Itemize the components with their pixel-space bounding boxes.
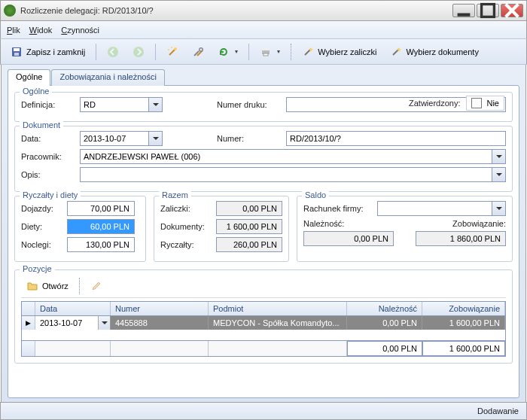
print-button[interactable]: ▾	[254, 43, 285, 61]
svg-rect-18	[264, 53, 268, 56]
folder-open-icon	[26, 280, 38, 292]
diets-input[interactable]	[67, 219, 135, 234]
desc-combo[interactable]	[80, 167, 506, 182]
grid-row[interactable]: ▶ 2013-10-07 4455888 MEDYCON - Spółka Ko…	[22, 316, 505, 330]
advances-value	[216, 201, 282, 216]
definition-value: RD	[84, 100, 96, 109]
allowances-total-value	[216, 237, 282, 252]
tab-body: Ogólne Zatwierdzony: Nie Definicja: RD N…	[8, 85, 519, 398]
date-combo[interactable]: 2013-10-07	[80, 131, 163, 146]
refresh-icon	[218, 46, 230, 58]
fieldset-allowances: Ryczałty i diety Dojazdy: Diety: Noclegi…	[14, 196, 146, 262]
col-obligation[interactable]: Zobowiązanie	[422, 302, 505, 315]
svg-rect-1	[482, 5, 495, 17]
chevron-down-icon[interactable]	[492, 150, 505, 163]
documents-label: Dokumenty:	[160, 222, 212, 231]
select-documents-button[interactable]: Wybierz dokumenty	[385, 43, 484, 61]
edit-button[interactable]	[85, 277, 108, 295]
desc-label: Opis:	[21, 170, 75, 179]
arrow-left-icon	[107, 46, 119, 58]
svg-rect-6	[14, 53, 19, 56]
select-advances-label: Wybierz zaliczki	[318, 47, 376, 56]
approved-label: Zatwierdzony:	[409, 99, 460, 108]
commute-input[interactable]	[67, 201, 135, 216]
svg-point-8	[133, 47, 144, 57]
approved-box[interactable]: Nie	[466, 96, 504, 111]
menu-actions[interactable]: Czynności	[61, 26, 99, 35]
col-number[interactable]: Numer	[111, 302, 209, 315]
svg-point-10	[174, 47, 177, 50]
chevron-down-icon[interactable]	[98, 316, 110, 330]
col-subject[interactable]: Podmiot	[209, 302, 347, 315]
lodging-input[interactable]	[67, 237, 135, 252]
save-and-close-button[interactable]: Zapisz i zamknij	[5, 43, 90, 61]
employee-value: ANDRZEJEWSKI PAWEŁ (006)	[84, 152, 200, 161]
select-documents-label: Wybierz dokumenty	[406, 47, 479, 56]
menu-view[interactable]: Widok	[29, 26, 53, 35]
employee-combo[interactable]: ANDRZEJEWSKI PAWEŁ (006)	[80, 149, 506, 164]
definition-combo[interactable]: RD	[80, 97, 163, 112]
content-area: Ogólne Zobowiązania i należności Ogólne …	[1, 65, 526, 402]
save-icon	[11, 46, 23, 58]
close-button[interactable]	[501, 4, 523, 17]
legend-allowances: Ryczałty i diety	[20, 190, 81, 199]
legend-document: Dokument	[20, 120, 63, 129]
obligation-label: Zobowiązanie:	[452, 219, 506, 228]
cell-date-value: 2013-10-07	[40, 318, 82, 327]
fieldset-totals: Razem Zaliczki: Dokumenty: Ryczałty:	[154, 196, 289, 262]
tab-general[interactable]: Ogólne	[8, 69, 50, 86]
row-indicator-header	[22, 302, 35, 315]
fieldset-positions: Pozycje Otwórz Data Numer Podmiot Należn…	[14, 269, 513, 364]
printer-icon	[260, 46, 272, 58]
commute-label: Dojazdy:	[21, 204, 62, 213]
wand-select-icon	[390, 46, 402, 58]
legend-totals: Razem	[159, 190, 191, 199]
nav-back-button[interactable]	[102, 43, 124, 61]
svg-rect-17	[264, 48, 268, 50]
fieldset-balance: Saldo Rachunek firmy: Należność: Zobowią…	[297, 196, 513, 262]
toolbar: Zapisz i zamknij ▾ ▾ Wybierz zaliczki Wy…	[0, 39, 527, 65]
cell-date[interactable]: 2013-10-07	[35, 316, 111, 330]
number-label: Numer:	[217, 134, 282, 143]
documents-value	[216, 219, 282, 234]
approved-value: Nie	[486, 99, 499, 108]
col-receivable[interactable]: Należność	[347, 302, 422, 315]
nav-forward-button[interactable]	[127, 43, 150, 61]
tab-obligations[interactable]: Zobowiązania i należności	[51, 69, 164, 86]
menu-file[interactable]: Plik	[7, 26, 20, 35]
chevron-down-icon[interactable]	[148, 98, 162, 111]
menu-file-label: lik	[12, 26, 20, 35]
tool-magic-button[interactable]	[161, 43, 184, 61]
print-number-label: Numer druku:	[217, 100, 282, 109]
chevron-down-icon: ▾	[235, 48, 238, 55]
receivable-label: Należność:	[303, 219, 373, 228]
legend-general: Ogólne	[20, 87, 52, 96]
minimize-button[interactable]	[452, 4, 475, 17]
select-advances-button[interactable]: Wybierz zaliczki	[297, 43, 382, 61]
employee-label: Pracownik:	[21, 152, 75, 161]
wand-select-icon	[302, 46, 314, 58]
menu-bar: Plik Widok Czynności	[0, 21, 527, 39]
sum-obligation: 1 600,00 PLN	[422, 341, 505, 356]
svg-point-7	[108, 47, 118, 57]
legend-balance: Saldo	[302, 190, 329, 199]
cell-number: 4455888	[111, 316, 209, 330]
company-account-combo[interactable]	[377, 201, 506, 216]
status-mode: Dodawanie	[477, 406, 519, 415]
window-title: Rozliczenie delegacji: RD/2013/10/?	[20, 6, 452, 15]
chevron-down-icon[interactable]	[492, 202, 505, 215]
tool-settings-button[interactable]	[187, 43, 209, 61]
chevron-down-icon[interactable]	[492, 168, 505, 181]
chevron-down-icon[interactable]	[148, 132, 162, 145]
number-input[interactable]	[286, 131, 506, 146]
company-account-label: Rachunek firmy:	[303, 204, 373, 213]
maximize-button[interactable]	[477, 4, 499, 17]
tool-refresh-button[interactable]: ▾	[212, 43, 243, 61]
receivable-value	[303, 231, 394, 246]
wand-icon	[166, 46, 178, 58]
legend-positions: Pozycje	[20, 264, 55, 273]
diets-label: Diety:	[21, 222, 62, 231]
col-date[interactable]: Data	[35, 302, 111, 315]
open-button[interactable]: Otwórz	[21, 277, 74, 295]
definition-label: Definicja:	[21, 100, 75, 109]
